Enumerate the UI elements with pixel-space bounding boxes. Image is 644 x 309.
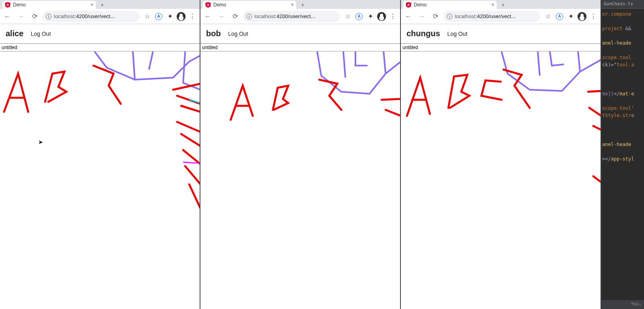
tab-bar: Demo × + [401,0,601,9]
angular-icon [205,2,211,8]
tab-title: Demo [13,2,26,8]
close-icon[interactable]: × [91,2,93,8]
back-button[interactable]: ← [402,11,414,22]
angular-icon [5,2,10,8]
app-header: alice Log Out [0,24,200,43]
logout-link[interactable]: Log Out [447,31,467,37]
username-label: chungus [407,29,440,38]
reload-button[interactable]: ⟳ [229,11,241,22]
browser-tab[interactable]: Demo × [2,1,96,9]
browser-window: Demo × + ← → ⟳ i localhost:4200/user/vec… [0,0,200,309]
app-header: bob Log Out [200,24,400,43]
toolbar-right: ☆ A ✦ ⋮ [342,11,398,22]
close-icon[interactable]: × [291,2,294,8]
menu-icon[interactable]: ⋮ [388,11,398,22]
document-title-input[interactable] [200,43,400,52]
browser-window: Demo × + ← → ⟳ i localhost:4200/user/vec… [401,0,601,309]
star-icon[interactable]: ☆ [343,11,353,22]
url-bar[interactable]: i localhost:4200/user/vect... [43,11,139,22]
username-label: alice [6,29,23,38]
browser-tab[interactable]: Demo × [403,1,497,9]
reader-icon[interactable]: A [154,11,163,22]
new-tab-button[interactable]: + [498,1,508,9]
code-editor: GunChain.ts or.compone project && anel-h… [601,0,644,309]
drawing-canvas[interactable]: ➤ [0,52,200,309]
extensions-icon[interactable]: ✦ [566,11,576,22]
url-text: localhost:4200/user/vect... [54,13,115,19]
url-bar[interactable]: i localhost:4200/user/vect... [243,11,340,22]
browser-window: Demo × + ← → ⟳ i localhost:4200/user/vec… [200,0,401,309]
url-text: localhost:4200/user/vect... [455,13,516,19]
angular-icon [406,2,411,8]
reader-icon[interactable]: A [354,11,364,22]
avatar-icon[interactable] [377,11,386,22]
browser-toolbar: ← → ⟳ i localhost:4200/user/vect... ☆ A … [0,9,200,24]
canvas-svg [0,52,200,309]
drawing-canvas[interactable] [200,52,400,309]
app-header: chungus Log Out [401,24,601,43]
editor-status: You, [601,300,644,309]
tab-title: Demo [213,2,226,8]
logout-link[interactable]: Log Out [31,31,51,37]
back-button[interactable]: ← [2,11,13,22]
tab-title: Demo [414,2,427,8]
close-icon[interactable]: × [491,2,494,8]
browser-toolbar: ← → ⟳ i localhost:4200/user/vect... ☆ A … [200,9,400,24]
editor-body[interactable]: or.compone project && anel-heade scope.t… [601,9,644,164]
tab-bar: Demo × + [0,0,200,9]
browser-toolbar: ← → ⟳ i localhost:4200/user/vect... ☆ A … [401,9,601,24]
menu-icon[interactable]: ⋮ [188,11,197,22]
avatar-icon[interactable] [577,11,587,22]
back-button[interactable]: ← [202,11,213,22]
star-icon[interactable]: ☆ [543,11,553,22]
url-text: localhost:4200/user/vect... [254,13,315,19]
reload-button[interactable]: ⟳ [29,11,40,22]
tab-bar: Demo × + [200,0,400,9]
forward-button[interactable]: → [216,11,227,22]
site-info-icon[interactable]: i [46,14,52,19]
new-tab-button[interactable]: + [298,1,308,9]
document-title-input[interactable] [0,43,200,52]
toolbar-right: ☆ A ✦ ⋮ [142,11,198,22]
forward-button[interactable]: → [416,11,427,22]
avatar-icon[interactable] [176,11,186,22]
logout-link[interactable]: Log Out [228,31,248,37]
reload-button[interactable]: ⟳ [430,11,441,22]
new-tab-button[interactable]: + [97,1,107,9]
star-icon[interactable]: ☆ [142,11,152,22]
canvas-svg [200,52,400,309]
site-info-icon[interactable]: i [246,14,252,19]
browser-tab[interactable]: Demo × [203,1,296,9]
document-title-input[interactable] [401,43,601,52]
site-info-icon[interactable]: i [447,14,452,19]
url-bar[interactable]: i localhost:4200/user/vect... [444,11,540,22]
reader-icon[interactable]: A [555,11,564,22]
extensions-icon[interactable]: ✦ [365,11,375,22]
editor-tab[interactable]: GunChain.ts [601,0,644,9]
extensions-icon[interactable]: ✦ [165,11,175,22]
drawing-canvas[interactable] [401,52,601,309]
menu-icon[interactable]: ⋮ [588,11,598,22]
username-label: bob [206,29,221,38]
forward-button[interactable]: → [15,11,27,22]
canvas-svg [401,52,601,309]
toolbar-right: ☆ A ✦ ⋮ [543,11,599,22]
